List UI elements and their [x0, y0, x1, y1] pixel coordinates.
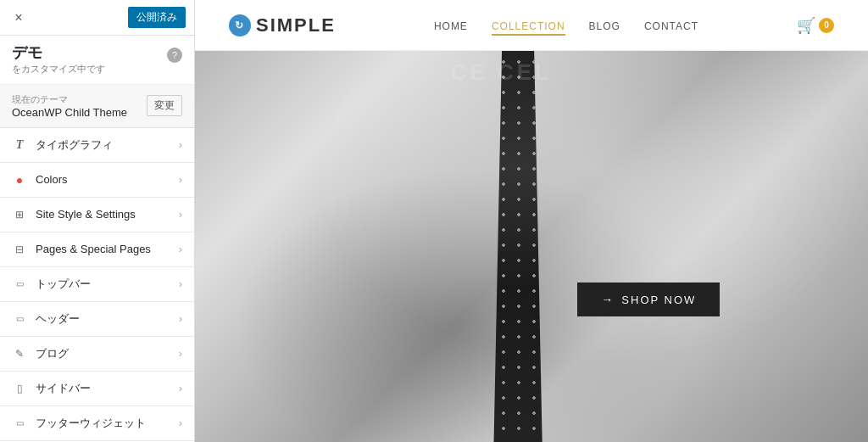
arrow-icon-topbar: ›: [179, 277, 182, 290]
nav-item-home[interactable]: HOME: [434, 18, 468, 33]
hero-section: CE CEL → SHOP NOW: [195, 51, 868, 442]
site-style-icon: ⊞: [12, 207, 27, 222]
header-icon: ▭: [12, 311, 27, 327]
shop-now-label: SHOP NOW: [621, 294, 696, 306]
publish-button[interactable]: 公開済み: [128, 7, 186, 28]
typography-label: タイポグラフィ: [36, 137, 113, 153]
sidebar-item-pages[interactable]: ⊟ Pages & Special Pages ›: [0, 232, 194, 267]
site-nav: ↻ SIMPLE HOME COLLECTION BLOG CONTACT 🛒 …: [195, 0, 868, 51]
logo-icon: ↻: [229, 14, 251, 36]
change-theme-button[interactable]: 変更: [147, 95, 182, 116]
main-content: ↻ SIMPLE HOME COLLECTION BLOG CONTACT 🛒 …: [195, 0, 868, 442]
demo-subtitle: をカスタマイズ中です: [12, 63, 105, 76]
arrow-icon-header: ›: [179, 312, 182, 325]
footer-widget-label: フッターウィジェット: [36, 416, 146, 431]
arrow-icon-colors: ›: [179, 173, 182, 186]
close-button[interactable]: ×: [8, 8, 29, 28]
theme-name: OceanWP Child Theme: [12, 106, 127, 119]
sidebar-label: サイドバー: [36, 381, 91, 396]
site-logo: ↻ SIMPLE: [229, 14, 336, 36]
cart-badge: 0: [819, 18, 834, 33]
cart-icon: 🛒: [797, 16, 815, 35]
arrow-icon-blog: ›: [179, 347, 182, 360]
arrow-icon: →: [601, 293, 615, 306]
nav-item-collection[interactable]: COLLECTION: [492, 18, 565, 33]
topbar-label: トップバー: [36, 277, 91, 292]
logo-text: SIMPLE: [256, 14, 336, 36]
header-label: ヘッダー: [36, 311, 80, 327]
sidebar-item-site-style[interactable]: ⊞ Site Style & Settings ›: [0, 198, 194, 232]
arrow-icon-site-style: ›: [179, 208, 182, 221]
pages-label: Pages & Special Pages: [36, 243, 151, 255]
sidebar-item-topbar[interactable]: ▭ トップバー ›: [0, 267, 194, 302]
footer-widget-icon: ▭: [12, 416, 27, 431]
demo-title: デモ: [12, 44, 105, 63]
arrow-icon-pages: ›: [179, 243, 182, 255]
sidebar-item-blog[interactable]: ✎ ブログ ›: [0, 337, 194, 372]
sidebar-item-typography[interactable]: T タイポグラフィ ›: [0, 128, 194, 163]
sidebar-header: × 公開済み: [0, 0, 194, 36]
arrow-icon-typography: ›: [179, 138, 182, 151]
nav-links: HOME COLLECTION BLOG CONTACT: [434, 18, 698, 33]
sidebar-item-sidebar[interactable]: ▯ サイドバー ›: [0, 372, 194, 406]
sidebar-item-colors[interactable]: ● Colors ›: [0, 163, 194, 198]
arrow-icon-sidebar: ›: [179, 382, 182, 394]
site-style-label: Site Style & Settings: [36, 208, 136, 221]
colors-icon: ●: [12, 172, 27, 187]
help-icon[interactable]: ?: [167, 48, 182, 63]
nav-item-contact[interactable]: CONTACT: [644, 18, 698, 33]
arrow-icon-footer-widget: ›: [179, 417, 182, 429]
pages-icon: ⊟: [12, 242, 27, 257]
colors-label: Colors: [36, 173, 68, 186]
shop-now-button[interactable]: → SHOP NOW: [577, 283, 720, 316]
blog-icon: ✎: [12, 346, 27, 361]
sidebar-item-footer-widget[interactable]: ▭ フッターウィジェット ›: [0, 406, 194, 441]
sidebar-icon: ▯: [12, 381, 27, 396]
sidebar-title-area: デモ をカスタマイズ中です ?: [0, 36, 194, 85]
nav-cart[interactable]: 🛒 0: [797, 16, 834, 35]
sidebar-menu: T タイポグラフィ › ● Colors › ⊞ Site Style & Se…: [0, 128, 194, 442]
nav-item-blog[interactable]: BLOG: [589, 18, 620, 33]
customizer-sidebar: × 公開済み デモ をカスタマイズ中です ? 現在のテーマ OceanWP Ch…: [0, 0, 195, 442]
theme-label: 現在のテーマ: [12, 93, 127, 106]
topbar-icon: ▭: [12, 277, 27, 292]
blog-label: ブログ: [36, 346, 69, 361]
sidebar-item-header[interactable]: ▭ ヘッダー ›: [0, 302, 194, 337]
theme-section: 現在のテーマ OceanWP Child Theme 変更: [0, 85, 194, 128]
typography-icon: T: [12, 137, 27, 153]
